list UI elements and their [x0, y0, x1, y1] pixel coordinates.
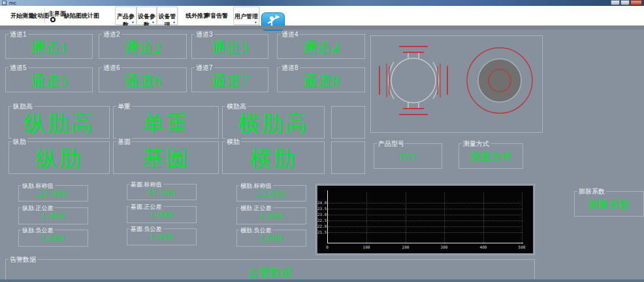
tol-base-circle-minus-box: 基圆.负公差 1.000	[127, 228, 197, 245]
main-toolbar: 开始测量 波动图 主界面 缺陷图 统计图 产品参数 ▼ 设备参数 ▼ 设备管理 …	[0, 6, 644, 26]
channel-box-4[interactable]: 通道4 通道4	[277, 34, 365, 59]
tol-long-rib-minus-caption: 纵肋.负公差	[21, 227, 55, 234]
channel-4-caption: 通道4	[280, 31, 300, 38]
expansion-coefficient-value: 膨胀系数	[575, 192, 643, 216]
toolbar-stats-chart[interactable]: 统计图	[82, 12, 99, 20]
toolbar-product-params-dropdown[interactable]: 产品参数 ▼	[115, 7, 137, 25]
minimize-button[interactable]	[611, 0, 620, 5]
close-button[interactable]	[630, 0, 642, 5]
chart-x-tick: 300	[434, 245, 454, 249]
tol-base-circle-plus-box: 基圆.正公差 1.000	[127, 206, 197, 223]
tol-long-rib-plus-box: 纵肋.正公差 1.000	[18, 207, 88, 224]
chevron-down-icon: ▼	[131, 20, 135, 24]
toolbar-start-measure[interactable]: 开始测量	[10, 12, 34, 20]
toolbar-device-mgmt-dropdown[interactable]: 设备管理 ▼	[157, 7, 178, 25]
tol-long-rib-plus-caption: 纵肋.正公差	[21, 205, 55, 212]
measure-method-value: 测量方式	[459, 144, 523, 168]
param-long-rib-value: 纵肋	[9, 142, 109, 173]
channel-1-caption: 通道1	[8, 31, 28, 38]
toolbar-device-params-dropdown[interactable]: 设备参数 ▼	[137, 7, 157, 25]
tol-long-rib-minus-box: 纵肋.负公差 1.000	[18, 230, 88, 247]
param-box-extra-1	[331, 106, 365, 139]
window-title: mc	[9, 0, 16, 6]
chart-y-tick: 23.0	[317, 212, 327, 217]
measure-method-caption: 测量方式	[462, 140, 491, 147]
expansion-coefficient-caption: 膨胀系数	[577, 188, 606, 195]
channel-box-8[interactable]: 通道8 通道8	[277, 67, 365, 92]
chevron-down-icon: ▼	[172, 20, 176, 24]
chevron-down-icon: ▼	[254, 20, 257, 24]
toolbar-defect-chart[interactable]: 缺陷图	[64, 12, 82, 20]
param-box-long-rib: 纵肋 纵肋	[8, 141, 110, 174]
expansion-coefficient-box: 膨胀系数 膨胀系数	[574, 191, 644, 217]
chart-gridline	[328, 232, 523, 233]
param-unit-weight-value: 单重	[114, 107, 218, 138]
channel-6-caption: 通道6	[102, 64, 121, 71]
param-base-circle-caption: 基圆	[116, 138, 132, 145]
tol-cross-rib-minus-caption: 横肋.负公差	[239, 227, 273, 234]
chart-gridline	[328, 215, 523, 215]
toolbar-user-mgmt-label: 用户管理	[234, 13, 258, 20]
param-base-circle-value: 基圆	[114, 142, 218, 173]
chart-gridline	[366, 192, 367, 243]
param-long-rib-caption: 纵肋	[12, 138, 27, 145]
param-long-rib-height-caption: 纵肋高	[12, 103, 34, 110]
channel-box-5[interactable]: 通道5 通道5	[5, 67, 93, 92]
param-long-rib-height-value: 纵肋高	[9, 107, 109, 138]
tol-long-rib-nominal-box: 纵肋.标称值 23.000	[18, 185, 88, 202]
product-model-caption: 产品型号	[377, 140, 406, 147]
channel-3-value: 通道3	[192, 35, 268, 58]
channel-5-caption: 通道5	[8, 64, 28, 71]
chart-gridline	[328, 203, 523, 203]
channel-box-7[interactable]: 通道7 通道7	[191, 67, 268, 92]
main-screen-active-indicator	[50, 17, 56, 22]
product-model-value: D23	[374, 144, 442, 168]
toolbar-user-mgmt-dropdown[interactable]: 用户管理 ▼	[233, 7, 259, 25]
chart-y-tick: 21.5	[317, 230, 327, 234]
toolbar-bottom-strip	[0, 26, 644, 29]
maximize-button[interactable]	[620, 0, 630, 5]
chart-x-tick: 200	[396, 245, 415, 249]
param-box-long-rib-height: 纵肋高 纵肋高	[8, 106, 110, 139]
trend-chart-panel: 24.0 23.5 23.0 22.5 22.0 21.5 0 100 200 …	[315, 184, 535, 255]
product-model-box[interactable]: 产品型号 D23	[374, 143, 442, 169]
alarm-data-value: 告警数据	[6, 260, 534, 280]
channel-3-caption: 通道3	[195, 31, 214, 38]
application-window: mc 开始测量 波动图 主界面 缺陷图 统计图 产品参数 ▼ 设备参数 ▼ 设备…	[0, 0, 644, 282]
param-cross-rib-height-caption: 横肋高	[225, 103, 248, 110]
tol-cross-rib-plus-caption: 横肋.正公差	[239, 205, 273, 212]
channel-8-caption: 通道8	[280, 64, 300, 71]
toolbar-sound-alarm[interactable]: 声音告警	[204, 12, 228, 20]
channel-box-1[interactable]: 通道1 通道1	[5, 34, 93, 59]
measure-method-box[interactable]: 测量方式 测量方式	[459, 143, 523, 169]
rebar-cross-section-diagram	[374, 41, 453, 120]
tol-cross-rib-minus-box: 横肋.负公差 1.000	[236, 230, 306, 247]
chart-gridline	[406, 192, 406, 243]
chart-gridline	[522, 192, 523, 243]
param-box-extra-2	[331, 141, 365, 174]
alarm-data-caption: 告警数据	[8, 256, 37, 263]
app-icon	[2, 1, 7, 5]
chart-gridline	[328, 209, 523, 209]
trend-chart-plot-area: 24.0 23.5 23.0 22.5 22.0 21.5 0 100 200 …	[317, 186, 533, 253]
tol-base-circle-nominal-caption: 基圆.标称值	[129, 181, 163, 188]
chart-x-axis	[327, 243, 523, 243]
toolbar-separator	[44, 8, 45, 24]
channel-5-value: 通道5	[6, 68, 92, 92]
channel-box-6[interactable]: 通道6 通道6	[99, 67, 187, 92]
channel-box-2[interactable]: 通道2 通道2	[99, 34, 187, 59]
chart-x-tick: 0	[317, 245, 337, 249]
toolbar-wave-chart[interactable]: 波动图	[31, 12, 49, 20]
chart-y-tick: 23.5	[317, 206, 327, 211]
window-controls	[611, 0, 642, 5]
chart-gridline	[444, 192, 445, 243]
param-cross-rib-value: 横肋	[223, 142, 324, 173]
channel-box-3[interactable]: 通道3 通道3	[191, 34, 268, 59]
param-box-base-circle: 基圆 基圆	[113, 141, 219, 174]
channel-2-value: 通道2	[99, 35, 186, 58]
param-box-unit-weight: 单重 单重	[113, 106, 219, 139]
tol-cross-rib-plus-box: 横肋.正公差 1.000	[236, 207, 306, 224]
tol-base-circle-plus-caption: 基圆.正公差	[129, 203, 163, 211]
param-cross-rib-caption: 横肋	[225, 138, 241, 145]
chart-gridline	[483, 192, 484, 243]
